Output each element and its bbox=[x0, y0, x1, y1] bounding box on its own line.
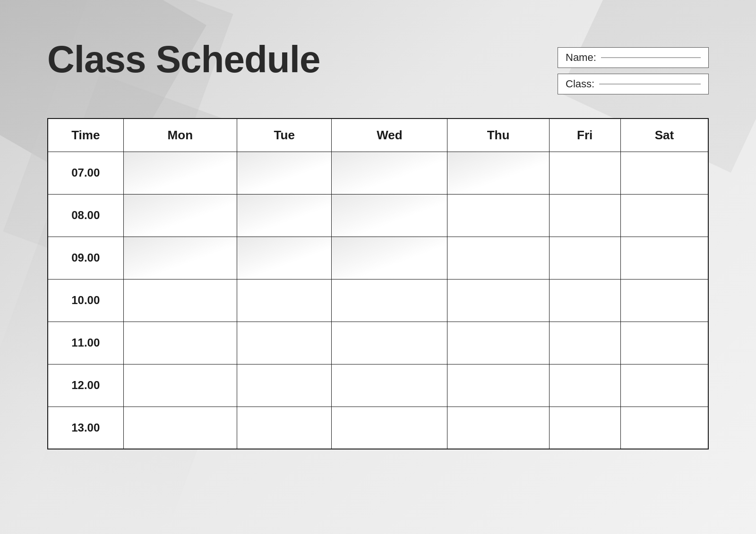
table-row: 09.00 bbox=[48, 237, 708, 279]
schedule-cell[interactable] bbox=[549, 194, 620, 237]
schedule-cell[interactable] bbox=[447, 279, 549, 322]
time-cell: 08.00 bbox=[48, 194, 123, 237]
time-cell: 09.00 bbox=[48, 237, 123, 279]
schedule-cell[interactable] bbox=[237, 237, 332, 279]
schedule-cell[interactable] bbox=[332, 279, 447, 322]
schedule-cell[interactable] bbox=[123, 279, 237, 322]
schedule-cell[interactable] bbox=[237, 279, 332, 322]
schedule-cell[interactable] bbox=[620, 279, 708, 322]
name-value-line bbox=[601, 57, 701, 58]
schedule-cell[interactable] bbox=[237, 322, 332, 364]
schedule-cell[interactable] bbox=[620, 194, 708, 237]
table-row: 08.00 bbox=[48, 194, 708, 237]
table-header-row: Time Mon Tue Wed Thu Fri Sat bbox=[48, 119, 708, 152]
header-sat: Sat bbox=[620, 119, 708, 152]
schedule-cell[interactable] bbox=[123, 194, 237, 237]
header-fri: Fri bbox=[549, 119, 620, 152]
schedule-cell[interactable] bbox=[620, 322, 708, 364]
schedule-cell[interactable] bbox=[447, 237, 549, 279]
schedule-cell[interactable] bbox=[123, 322, 237, 364]
schedule-cell[interactable] bbox=[549, 364, 620, 407]
schedule-cell[interactable] bbox=[123, 364, 237, 407]
table-row: 07.00 bbox=[48, 152, 708, 194]
schedule-cell[interactable] bbox=[332, 407, 447, 449]
header-thu: Thu bbox=[447, 119, 549, 152]
header-wed: Wed bbox=[332, 119, 447, 152]
schedule-cell[interactable] bbox=[549, 322, 620, 364]
name-field[interactable]: Name: bbox=[558, 47, 709, 68]
header-mon: Mon bbox=[123, 119, 237, 152]
table-row: 11.00 bbox=[48, 322, 708, 364]
schedule-cell[interactable] bbox=[123, 407, 237, 449]
header-tue: Tue bbox=[237, 119, 332, 152]
schedule-cell[interactable] bbox=[447, 194, 549, 237]
schedule-cell[interactable] bbox=[332, 152, 447, 194]
schedule-cell[interactable] bbox=[549, 152, 620, 194]
time-cell: 12.00 bbox=[48, 364, 123, 407]
table-row: 10.00 bbox=[48, 279, 708, 322]
table-row: 12.00 bbox=[48, 364, 708, 407]
schedule-cell[interactable] bbox=[237, 364, 332, 407]
schedule-cell[interactable] bbox=[332, 322, 447, 364]
schedule-cell[interactable] bbox=[549, 279, 620, 322]
schedule-cell[interactable] bbox=[237, 152, 332, 194]
schedule-cell[interactable] bbox=[447, 407, 549, 449]
info-fields: Name: Class: bbox=[558, 47, 709, 94]
time-cell: 07.00 bbox=[48, 152, 123, 194]
schedule-cell[interactable] bbox=[620, 364, 708, 407]
schedule-cell[interactable] bbox=[237, 194, 332, 237]
schedule-cell[interactable] bbox=[123, 237, 237, 279]
schedule-cell[interactable] bbox=[332, 364, 447, 407]
schedule-cell[interactable] bbox=[447, 364, 549, 407]
schedule-cell[interactable] bbox=[447, 322, 549, 364]
schedule-cell[interactable] bbox=[620, 237, 708, 279]
schedule-cell[interactable] bbox=[620, 407, 708, 449]
time-cell: 11.00 bbox=[48, 322, 123, 364]
schedule-table: Time Mon Tue Wed Thu Fri Sat 07.0008.000… bbox=[47, 118, 709, 449]
main-content: Class Schedule Name: Class: Time Mon Tue… bbox=[0, 0, 756, 487]
schedule-cell[interactable] bbox=[549, 237, 620, 279]
schedule-cell[interactable] bbox=[237, 407, 332, 449]
header-time: Time bbox=[48, 119, 123, 152]
time-cell: 10.00 bbox=[48, 279, 123, 322]
schedule-cell[interactable] bbox=[332, 237, 447, 279]
schedule-cell[interactable] bbox=[447, 152, 549, 194]
page-title: Class Schedule bbox=[47, 38, 320, 81]
class-value-line bbox=[599, 84, 701, 85]
header: Class Schedule Name: Class: bbox=[47, 38, 709, 94]
name-label: Name: bbox=[566, 51, 596, 64]
class-label: Class: bbox=[566, 78, 594, 90]
schedule-cell[interactable] bbox=[620, 152, 708, 194]
schedule-cell[interactable] bbox=[332, 194, 447, 237]
schedule-cell[interactable] bbox=[549, 407, 620, 449]
schedule-cell[interactable] bbox=[123, 152, 237, 194]
class-field[interactable]: Class: bbox=[558, 74, 709, 94]
time-cell: 13.00 bbox=[48, 407, 123, 449]
table-row: 13.00 bbox=[48, 407, 708, 449]
